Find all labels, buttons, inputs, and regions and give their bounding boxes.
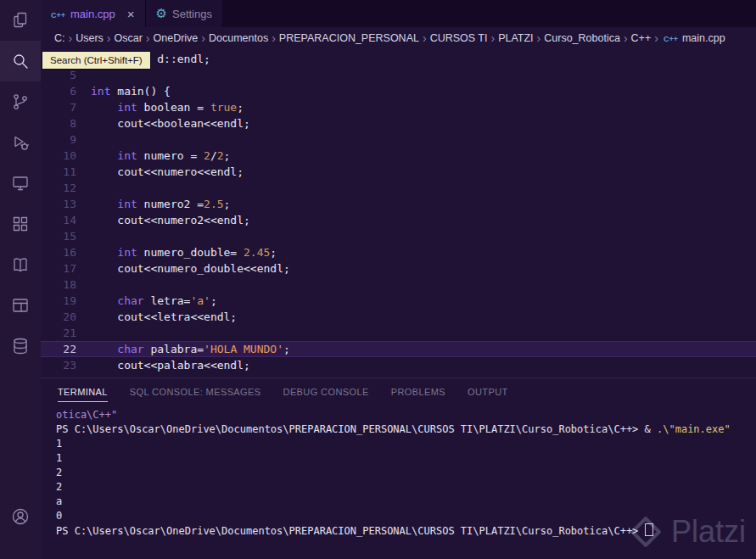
run-debug-icon[interactable] <box>0 122 41 163</box>
code-line[interactable]: 21 <box>41 325 756 341</box>
window-layout-icon[interactable] <box>0 285 41 326</box>
panel-tab-bar: TERMINALSQL CONSOLE: MESSAGESDEBUG CONSO… <box>41 378 756 404</box>
tab-settings[interactable]: ⚙Settings <box>146 0 223 27</box>
code-text: cout<<numero<<endl; <box>91 164 244 180</box>
chevron-right-icon: › <box>272 31 276 45</box>
extensions-icon[interactable] <box>0 204 41 244</box>
terminal-line: 2 <box>56 480 756 495</box>
code-line[interactable]: 17 cout<<numero_double<<endl; <box>41 260 756 277</box>
code-line[interactable]: 16 int numero_double= 2.45; <box>41 244 756 260</box>
breadcrumb-item[interactable]: C: <box>53 32 67 44</box>
tab-label: main.cpp <box>70 8 115 20</box>
terminal[interactable]: otica\C++"PS C:\Users\Oscar\OneDrive\Doc… <box>41 404 756 559</box>
panel-tab-terminal[interactable]: TERMINAL <box>58 381 108 402</box>
code-line[interactable]: 7 int boolean = true; <box>41 99 756 115</box>
code-text: cout<<letra<<endl; <box>91 309 237 325</box>
code-text: char palabra='HOLA MUNDO'; <box>91 341 290 357</box>
gear-icon: ⚙ <box>156 7 167 20</box>
code-line[interactable]: 13 int numero2 =2.5; <box>41 196 756 212</box>
line-number: 9 <box>41 131 76 148</box>
panel-tab-sql-console-messages[interactable]: SQL CONSOLE: MESSAGES <box>130 381 261 401</box>
chevron-right-icon: › <box>146 31 150 45</box>
code-line[interactable]: 23 cout<<palabra<<endl; <box>41 357 756 373</box>
line-number: 10 <box>41 148 76 164</box>
terminal-line: PS C:\Users\Oscar\OneDrive\Documentos\PR… <box>56 523 756 539</box>
breadcrumb-item[interactable]: Curso_Robotica <box>542 32 622 44</box>
breadcrumb: C:›Users›Oscar›OneDrive›Documentos›PREPA… <box>41 27 756 49</box>
main-column: C++main.cpp×⚙Settings C:›Users›Oscar›One… <box>41 0 756 559</box>
activity-bar <box>0 0 41 559</box>
code-text: char letra='a'; <box>91 293 217 309</box>
cpp-icon: C++ <box>51 8 65 20</box>
book-icon[interactable] <box>0 244 41 285</box>
line-number: 7 <box>41 99 76 115</box>
breadcrumb-item[interactable]: Documentos <box>207 32 270 44</box>
code-line[interactable]: 18 <box>41 277 756 293</box>
line-number: 23 <box>41 357 76 373</box>
chevron-right-icon: › <box>490 31 495 45</box>
close-icon[interactable]: × <box>127 8 135 20</box>
code-line[interactable]: 15 <box>41 228 756 244</box>
line-number: 13 <box>41 196 76 212</box>
remote-explorer-icon[interactable] <box>0 163 41 204</box>
code-line[interactable]: 10 int numero = 2/2; <box>41 148 756 164</box>
panel-tab-output[interactable]: OUTPUT <box>468 381 508 401</box>
breadcrumb-item[interactable]: CURSOS TI <box>428 32 490 44</box>
files-icon[interactable] <box>0 0 41 41</box>
chevron-right-icon: › <box>69 31 73 45</box>
code-editor[interactable]: Search (Ctrl+Shift+F) 4 d::endl;56int ma… <box>41 49 756 377</box>
code-text: int numero = 2/2; <box>91 148 230 164</box>
tab-label: Settings <box>172 8 212 20</box>
panel-tab-problems[interactable]: PROBLEMS <box>391 381 445 401</box>
code-text: int numero2 =2.5; <box>91 196 230 212</box>
code-line[interactable]: 6int main() { <box>41 83 756 99</box>
code-line[interactable]: 11 cout<<numero<<endl; <box>41 164 756 180</box>
chevron-right-icon: › <box>107 31 111 45</box>
breadcrumb-item[interactable]: Oscar <box>113 32 144 44</box>
line-number: 16 <box>41 244 76 260</box>
code-text: cout<<palabra<<endl; <box>91 357 250 373</box>
breadcrumb-item[interactable]: C++ <box>630 32 653 44</box>
breadcrumb-item[interactable]: PLATZI <box>496 32 535 44</box>
terminal-line: otica\C++" <box>56 408 756 422</box>
code-text: cout<<boolean<<endl; <box>91 115 250 131</box>
chevron-right-icon: › <box>201 31 205 45</box>
code-line[interactable]: 20 cout<<letra<<endl; <box>41 309 756 325</box>
terminal-line: 1 <box>56 437 756 451</box>
breadcrumb-item[interactable]: PREPARACION_PERSONAL <box>277 32 421 44</box>
line-number: 15 <box>41 228 76 244</box>
panel-tab-debug-console[interactable]: DEBUG CONSOLE <box>283 381 369 401</box>
terminal-line: 0 <box>56 509 756 523</box>
chevron-right-icon: › <box>537 31 541 45</box>
cpp-icon: C++ <box>660 32 680 44</box>
tab-main-cpp[interactable]: C++main.cpp× <box>41 0 146 27</box>
code-text: int main() { <box>91 83 171 99</box>
code-text: int numero_double= 2.45; <box>91 244 277 260</box>
terminal-line: PS C:\Users\Oscar\OneDrive\Documentos\PR… <box>56 422 756 437</box>
line-number: 17 <box>41 260 76 277</box>
code-line[interactable]: 9 <box>41 131 756 148</box>
code-line[interactable]: 8 cout<<boolean<<endl; <box>41 115 756 131</box>
line-number: 21 <box>41 325 76 341</box>
terminal-line: 1 <box>56 451 756 466</box>
vscode-window: C++main.cpp×⚙Settings C:›Users›Oscar›One… <box>0 0 756 559</box>
code-line[interactable]: 19 char letra='a'; <box>41 293 756 309</box>
chevron-right-icon: › <box>423 31 427 45</box>
line-number: 19 <box>41 293 76 309</box>
code-line[interactable]: 12 <box>41 180 756 196</box>
database-icon[interactable] <box>0 326 41 366</box>
search-icon[interactable] <box>0 41 41 81</box>
account-icon[interactable] <box>0 496 41 537</box>
line-number: 22 <box>41 341 76 357</box>
code-text: cout<<numero2<<endl; <box>91 212 250 228</box>
breadcrumb-item[interactable]: OneDrive <box>152 32 200 44</box>
line-number: 8 <box>41 115 76 131</box>
source-control-icon[interactable] <box>0 81 41 122</box>
terminal-line: 2 <box>56 466 756 480</box>
code-line[interactable]: 14 cout<<numero2<<endl; <box>41 212 756 228</box>
breadcrumb-item[interactable]: Users <box>74 32 105 44</box>
chevron-right-icon: › <box>654 31 658 45</box>
breadcrumb-item[interactable]: main.cpp <box>680 32 727 44</box>
line-number: 11 <box>41 164 76 180</box>
code-line-current[interactable]: 22 char palabra='HOLA MUNDO'; <box>41 341 756 357</box>
